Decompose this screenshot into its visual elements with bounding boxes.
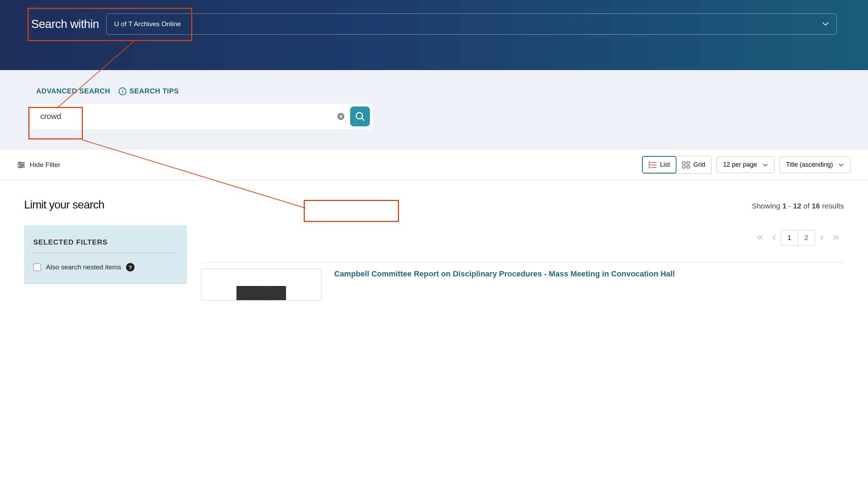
nested-label: Also search nested items [46, 263, 121, 271]
thumbnail-image [236, 286, 286, 300]
page-prev-button[interactable] [767, 231, 781, 245]
view-grid-label: Grid [693, 161, 706, 168]
page-number-2[interactable]: 2 [798, 230, 815, 246]
scope-selector[interactable]: U of T Archives Online [106, 13, 837, 35]
scope-value: U of T Archives Online [114, 20, 181, 28]
chevron-right-icon [820, 235, 823, 240]
page-number-current[interactable]: 1 [781, 230, 798, 246]
pagination: 1 2 [201, 230, 844, 246]
toolbar: Hide Filter List [0, 149, 868, 181]
chevron-down-icon [822, 22, 829, 26]
svg-rect-17 [687, 162, 690, 164]
svg-point-10 [649, 162, 650, 163]
page-next-button[interactable] [815, 231, 828, 245]
result-row: Campbell Committee Report on Disciplinar… [201, 263, 844, 300]
info-icon: i [119, 87, 126, 95]
chevron-double-left-icon [757, 235, 763, 240]
toolbar-right: List Grid 12 per page Title (ascendi [642, 156, 850, 174]
page-last-button[interactable] [828, 231, 844, 245]
help-icon[interactable]: ? [126, 263, 135, 271]
svg-point-9 [20, 166, 22, 168]
per-page-label: 12 per page [723, 161, 757, 168]
svg-rect-16 [683, 162, 685, 164]
nested-items-row: Also search nested items ? [33, 263, 178, 271]
per-page-dropdown[interactable]: 12 per page [716, 156, 775, 173]
sort-label: Title (ascending) [786, 161, 833, 168]
search-area: ADVANCED SEARCH i SEARCH TIPS [0, 70, 868, 149]
header-band: Search within U of T Archives Online [0, 0, 868, 70]
sidebar: Limit your search SELECTED FILTERS Also … [24, 198, 187, 300]
search-button[interactable] [350, 107, 370, 126]
results-area: Limit your search SELECTED FILTERS Also … [0, 181, 868, 318]
chevron-down-icon [839, 164, 844, 166]
advanced-search-link[interactable]: ADVANCED SEARCH [36, 87, 110, 95]
selected-filters-heading: SELECTED FILTERS [33, 238, 178, 253]
result-thumbnail[interactable] [201, 269, 321, 300]
search-tips-label: SEARCH TIPS [129, 87, 179, 95]
hide-filter-label: Hide Filter [30, 161, 61, 169]
sort-dropdown[interactable]: Title (ascending) [780, 156, 850, 173]
page-first-button[interactable] [752, 231, 767, 245]
hide-filter-button[interactable]: Hide Filter [18, 161, 61, 169]
svg-point-7 [19, 162, 21, 164]
nested-checkbox[interactable] [33, 263, 41, 271]
clear-search-icon[interactable] [337, 113, 344, 120]
filter-icon [18, 162, 25, 168]
view-list-button[interactable]: List [642, 156, 676, 173]
svg-line-3 [362, 118, 364, 121]
svg-point-14 [649, 167, 650, 168]
filters-panel: SELECTED FILTERS Also search nested item… [24, 225, 187, 284]
chevron-left-icon [772, 235, 776, 240]
search-within-label: Search within [31, 17, 99, 31]
chevron-down-icon [763, 164, 768, 166]
svg-rect-18 [683, 166, 685, 168]
search-input[interactable] [34, 108, 337, 125]
main-results: Showing 1 - 12 of 16 results 1 2 [201, 198, 844, 300]
showing-results-text: Showing 1 - 12 of 16 results [201, 202, 844, 210]
chevron-double-right-icon [833, 235, 839, 240]
svg-rect-19 [687, 166, 690, 168]
result-title-link[interactable]: Campbell Committee Report on Disciplinar… [334, 269, 675, 300]
svg-point-8 [22, 164, 24, 166]
grid-icon [682, 161, 690, 168]
search-icon [355, 111, 365, 121]
view-list-label: List [660, 161, 670, 168]
svg-point-12 [649, 164, 650, 166]
list-icon [649, 161, 656, 168]
search-box [31, 104, 373, 129]
view-toggle: List Grid [642, 156, 711, 174]
search-links-row: ADVANCED SEARCH i SEARCH TIPS [31, 87, 837, 95]
page-wrapper: Search within U of T Archives Online ADV… [0, 0, 868, 318]
search-tips-link[interactable]: i SEARCH TIPS [119, 87, 179, 95]
svg-point-2 [356, 113, 362, 119]
view-grid-button[interactable]: Grid [676, 156, 711, 173]
limit-search-heading: Limit your search [24, 198, 187, 211]
